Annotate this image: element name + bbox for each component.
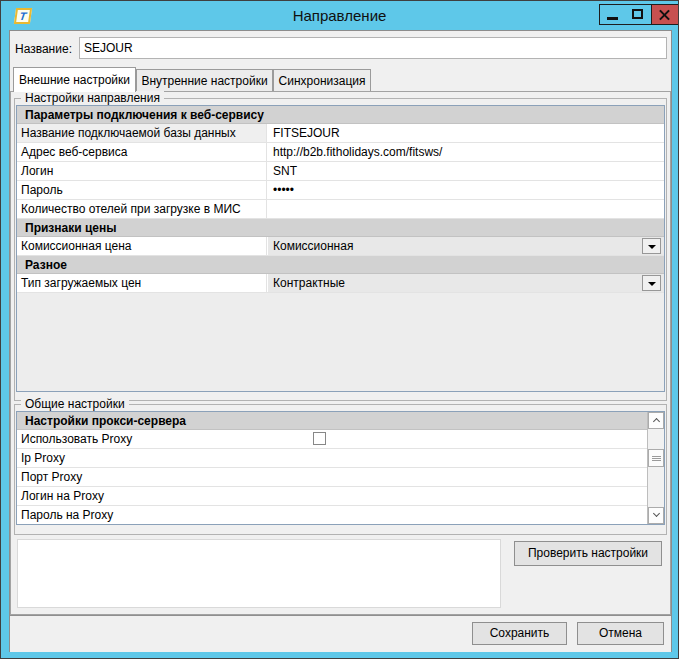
dialog-content: Название: Внешние настройки Внутренние н… (9, 30, 672, 652)
row-value-editor[interactable]: http://b2b.fitholidays.com/fitsws/ (268, 143, 664, 161)
row-value-editor[interactable]: FITSEJOUR (268, 124, 664, 142)
vertical-scrollbar[interactable] (647, 412, 664, 524)
row-value-editor[interactable]: SNT (268, 162, 664, 180)
row-label: Количество отелей при загрузке в МИС (17, 200, 267, 218)
row-label: Логин (17, 162, 267, 180)
maximize-button[interactable] (625, 4, 652, 25)
app-logo-icon: T (14, 8, 32, 24)
row-label: Использовать Proxy (17, 430, 664, 448)
maximize-icon (632, 9, 643, 19)
row-label: Пароль на Proxy (17, 506, 664, 524)
chevron-up-icon (653, 418, 660, 425)
row-label: Название подключаемой базы данных (17, 124, 267, 142)
scrollbar-thumb[interactable] (648, 449, 664, 467)
name-field-label: Название: (15, 42, 72, 56)
category-webservice-params: Параметры подключения к веб-сервису (17, 106, 664, 124)
row-label: Ip Proxy (17, 449, 664, 467)
row-ip-proxy[interactable]: Ip Proxy (17, 449, 664, 468)
chevron-down-icon[interactable] (642, 275, 661, 291)
minimize-icon (607, 17, 618, 20)
row-label: Адрес веб-сервиса (17, 143, 267, 161)
row-login-proxy[interactable]: Логин на Proxy (17, 487, 664, 506)
scroll-down-button[interactable] (648, 507, 664, 524)
group-general-settings: Общие настройки Настройки прокси-сервера… (14, 404, 667, 535)
tab-internal-settings[interactable]: Внутренние настройки (136, 69, 273, 92)
row-price-type[interactable]: Тип загружаемых цен Контрактные (17, 274, 664, 293)
row-password-proxy[interactable]: Пароль на Proxy (17, 506, 664, 525)
row-label: Пароль (17, 181, 267, 199)
row-value-dropdown[interactable]: Контрактные (268, 274, 664, 292)
check-settings-button[interactable]: Проверить настройки (514, 541, 662, 566)
scroll-up-button[interactable] (648, 412, 664, 429)
group-direction-label: Настройки направления (21, 91, 164, 105)
tab-page-external: Настройки направления Параметры подключе… (10, 91, 671, 615)
row-webservice-address[interactable]: Адрес веб-сервиса http://b2b.fitholidays… (17, 143, 664, 162)
chevron-down-icon[interactable] (642, 238, 661, 254)
row-value-editor[interactable] (268, 200, 664, 218)
row-database-name[interactable]: Название подключаемой базы данных FITSEJ… (17, 124, 664, 143)
row-label: Логин на Proxy (17, 487, 664, 505)
check-result-panel (17, 539, 501, 608)
category-misc: Разное (17, 256, 664, 274)
category-proxy-settings: Настройки прокси-сервера (17, 412, 664, 430)
row-label: Тип загружаемых цен (17, 274, 267, 292)
row-value-editor[interactable]: ••••• (268, 181, 664, 199)
row-hotels-count[interactable]: Количество отелей при загрузке в МИС (17, 200, 664, 219)
close-button[interactable] (651, 4, 679, 25)
tab-external-settings[interactable]: Внешние настройки (13, 67, 136, 92)
footer-bar: Сохранить Отмена (10, 615, 671, 652)
row-use-proxy[interactable]: Использовать Proxy (17, 430, 664, 449)
row-value-dropdown[interactable]: Комиссионная (268, 237, 664, 255)
grip-icon (652, 456, 661, 461)
row-port-proxy[interactable]: Порт Proxy (17, 468, 664, 487)
tab-synchronization[interactable]: Синхронизация (273, 69, 371, 92)
cancel-button[interactable]: Отмена (577, 622, 664, 645)
group-direction-settings: Настройки направления Параметры подключе… (14, 98, 667, 401)
use-proxy-checkbox[interactable] (313, 432, 326, 445)
chevron-down-icon (653, 510, 660, 517)
row-label: Порт Proxy (17, 468, 664, 486)
window-title: Направление (1, 1, 678, 30)
minimize-button[interactable] (599, 4, 626, 25)
row-login[interactable]: Логин SNT (17, 162, 664, 181)
group-general-label: Общие настройки (21, 397, 129, 411)
category-price-flags: Признаки цены (17, 219, 664, 237)
name-input[interactable] (79, 37, 667, 59)
direction-dialog-window: Направление T Название: Внешние настройк… (0, 0, 679, 659)
row-commission-price[interactable]: Комиссионная цена Комиссионная (17, 237, 664, 256)
proxy-property-grid: Настройки прокси-сервера Использовать Pr… (16, 411, 665, 525)
direction-property-grid: Параметры подключения к веб-сервису Назв… (16, 105, 665, 392)
row-label: Комиссионная цена (17, 237, 267, 255)
save-button[interactable]: Сохранить (472, 622, 567, 645)
row-password[interactable]: Пароль ••••• (17, 181, 664, 200)
